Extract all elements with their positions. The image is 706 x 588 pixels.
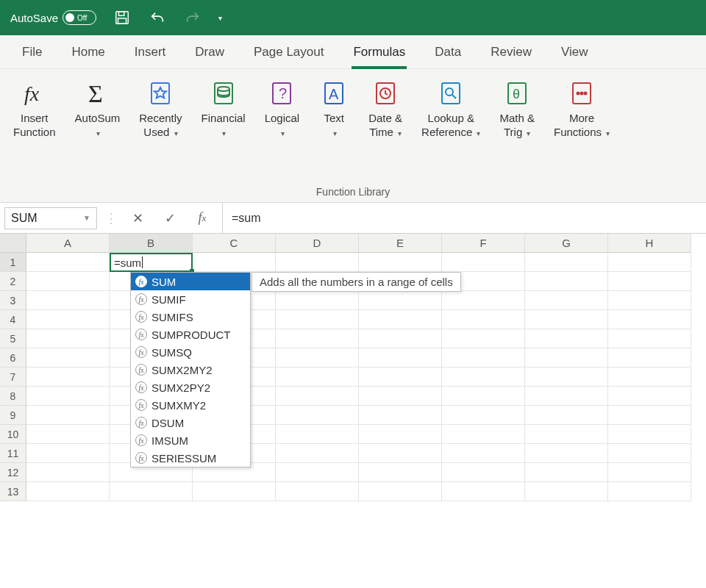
autocomplete-item[interactable]: fxIMSUM	[131, 431, 250, 449]
cell[interactable]	[26, 425, 110, 444]
cell[interactable]	[26, 272, 110, 291]
autocomplete-item[interactable]: fxSUMX2PY2	[131, 379, 250, 396]
fx-icon[interactable]: fx	[190, 207, 215, 229]
cell[interactable]	[442, 444, 525, 463]
cell[interactable]	[359, 463, 442, 482]
cell[interactable]	[525, 406, 608, 425]
cell[interactable]	[442, 387, 525, 406]
autosum-button[interactable]: Σ AutoSum▾	[75, 78, 121, 140]
row-header[interactable]: 5	[0, 329, 26, 348]
row-header[interactable]: 11	[0, 444, 26, 463]
cell[interactable]	[608, 348, 691, 368]
cell[interactable]	[442, 253, 525, 272]
cell[interactable]	[276, 387, 359, 406]
cell[interactable]	[276, 368, 359, 387]
row-header[interactable]: 1	[0, 253, 26, 272]
cell[interactable]	[525, 463, 608, 482]
enter-icon[interactable]: ✓	[157, 207, 182, 229]
chevron-down-icon[interactable]: ▼	[83, 214, 90, 222]
cell[interactable]	[193, 253, 276, 272]
cell[interactable]	[525, 387, 608, 406]
tab-page-layout[interactable]: Page Layout	[254, 35, 324, 68]
cell[interactable]	[26, 406, 110, 425]
cell[interactable]	[276, 253, 359, 272]
cell[interactable]	[359, 482, 442, 501]
cell[interactable]	[525, 425, 608, 444]
cell[interactable]	[608, 272, 691, 291]
cell[interactable]	[26, 348, 110, 368]
cancel-icon[interactable]: ✕	[125, 207, 150, 229]
cell[interactable]	[359, 348, 442, 368]
autocomplete-item[interactable]: fxSUM	[131, 273, 250, 290]
cell[interactable]	[608, 425, 691, 444]
row-header[interactable]: 2	[0, 272, 26, 291]
column-header[interactable]: H	[608, 234, 691, 253]
cell[interactable]	[359, 368, 442, 387]
tab-formulas[interactable]: Formulas	[353, 35, 405, 68]
cell[interactable]	[359, 329, 442, 348]
tab-file[interactable]: File	[22, 35, 42, 68]
cell[interactable]	[442, 348, 525, 368]
autocomplete-item[interactable]: fxSUMPRODUCT	[131, 326, 250, 343]
cell[interactable]	[359, 291, 442, 310]
cell[interactable]	[359, 444, 442, 463]
tab-view[interactable]: View	[561, 35, 588, 68]
row-header[interactable]: 7	[0, 368, 26, 387]
cell[interactable]	[608, 387, 691, 406]
cell[interactable]	[276, 406, 359, 425]
cell[interactable]	[608, 444, 691, 463]
active-cell[interactable]: =sum	[110, 253, 193, 272]
tab-draw[interactable]: Draw	[195, 35, 224, 68]
cell[interactable]	[608, 368, 691, 387]
cell[interactable]	[359, 310, 442, 329]
cell[interactable]	[359, 425, 442, 444]
cell[interactable]	[193, 482, 276, 501]
cell[interactable]	[442, 329, 525, 348]
insert-function-button[interactable]: fx Insert Function	[13, 78, 56, 140]
logical-button[interactable]: ? Logical▾	[265, 78, 300, 140]
formula-input[interactable]: =sum	[222, 203, 702, 233]
column-header[interactable]: B	[110, 234, 193, 253]
autosave-toggle[interactable]: AutoSave Off	[10, 10, 96, 25]
cell[interactable]	[525, 348, 608, 368]
date-time-button[interactable]: Date & Time ▾	[368, 78, 402, 140]
cell[interactable]	[442, 425, 525, 444]
cell[interactable]	[525, 368, 608, 387]
cell[interactable]	[276, 329, 359, 348]
column-header[interactable]: E	[359, 234, 442, 253]
cell[interactable]	[608, 310, 691, 329]
toggle-switch[interactable]: Off	[63, 10, 96, 25]
select-all-corner[interactable]	[0, 234, 26, 253]
cell[interactable]	[608, 463, 691, 482]
cell[interactable]	[276, 482, 359, 501]
cell[interactable]	[442, 463, 525, 482]
column-header[interactable]: C	[193, 234, 276, 253]
row-header[interactable]: 8	[0, 387, 26, 406]
cell[interactable]	[26, 310, 110, 329]
undo-icon[interactable]	[148, 8, 167, 27]
cell[interactable]	[608, 291, 691, 310]
autocomplete-item[interactable]: fxSUMIF	[131, 290, 250, 308]
cell[interactable]	[26, 368, 110, 387]
cell[interactable]	[608, 329, 691, 348]
cell[interactable]	[26, 253, 110, 272]
formula-autocomplete[interactable]: fxSUMfxSUMIFfxSUMIFSfxSUMPRODUCTfxSUMSQf…	[130, 272, 251, 467]
cell[interactable]	[525, 310, 608, 329]
cell[interactable]	[276, 444, 359, 463]
text-button[interactable]: A Text▾	[318, 78, 349, 140]
tab-data[interactable]: Data	[435, 35, 461, 68]
tab-insert[interactable]: Insert	[135, 35, 166, 68]
cell[interactable]	[525, 444, 608, 463]
row-header[interactable]: 6	[0, 348, 26, 368]
more-functions-button[interactable]: More Functions ▾	[554, 78, 610, 140]
cell[interactable]	[26, 387, 110, 406]
lookup-reference-button[interactable]: Lookup & Reference ▾	[421, 78, 480, 140]
cell[interactable]	[110, 482, 193, 501]
column-header[interactable]: A	[26, 234, 110, 253]
column-header[interactable]: G	[525, 234, 608, 253]
cell[interactable]	[359, 406, 442, 425]
autocomplete-item[interactable]: fxSUMSQ	[131, 343, 250, 361]
cell[interactable]	[608, 482, 691, 501]
cell[interactable]	[276, 463, 359, 482]
autocomplete-item[interactable]: fxSERIESSUM	[131, 449, 250, 467]
